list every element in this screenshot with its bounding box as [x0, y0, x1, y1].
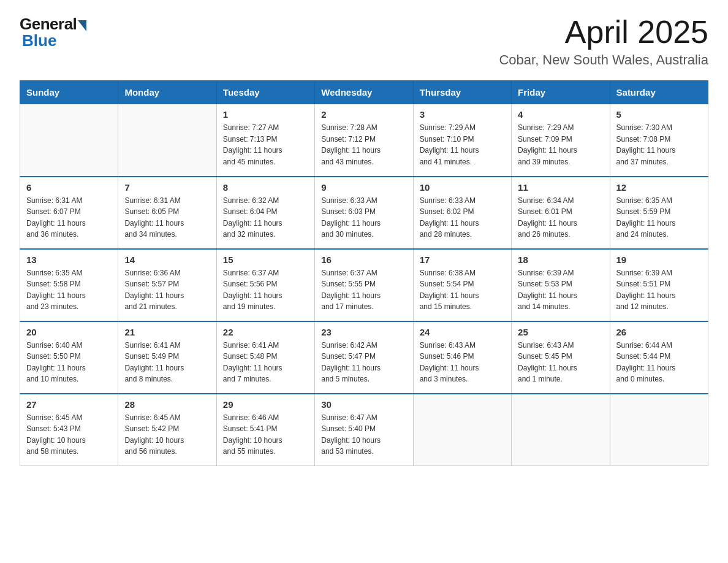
day-number: 18: [518, 255, 603, 265]
day-number: 12: [616, 182, 702, 193]
calendar-cell: 5Sunrise: 7:30 AMSunset: 7:08 PMDaylight…: [610, 104, 708, 177]
day-info: Sunrise: 7:28 AMSunset: 7:12 PMDaylight:…: [321, 122, 406, 167]
page-subtitle: Cobar, New South Wales, Australia: [499, 52, 708, 68]
day-number: 6: [26, 182, 112, 193]
calendar-cell: 8Sunrise: 6:32 AMSunset: 6:04 PMDaylight…: [216, 177, 314, 249]
calendar-cell: 28Sunrise: 6:45 AMSunset: 5:42 PMDayligh…: [118, 394, 216, 466]
calendar-cell: 24Sunrise: 6:43 AMSunset: 5:46 PMDayligh…: [413, 321, 511, 394]
day-number: 7: [124, 182, 210, 193]
calendar-week-row: 27Sunrise: 6:45 AMSunset: 5:43 PMDayligh…: [20, 394, 708, 466]
col-friday: Friday: [512, 81, 610, 104]
day-info: Sunrise: 6:31 AMSunset: 6:07 PMDaylight:…: [26, 195, 112, 240]
col-monday: Monday: [118, 81, 216, 104]
calendar-week-row: 6Sunrise: 6:31 AMSunset: 6:07 PMDaylight…: [20, 177, 708, 249]
day-number: 10: [420, 182, 505, 193]
day-info: Sunrise: 6:39 AMSunset: 5:53 PMDaylight:…: [518, 267, 603, 313]
page-header: General Blue April 2025 Cobar, New South…: [20, 15, 708, 68]
day-info: Sunrise: 7:27 AMSunset: 7:13 PMDaylight:…: [223, 122, 308, 167]
day-number: 14: [124, 255, 210, 265]
day-info: Sunrise: 6:38 AMSunset: 5:54 PMDaylight:…: [420, 267, 505, 313]
calendar-cell: [413, 394, 511, 466]
logo-blue-text: Blue: [22, 31, 56, 50]
day-number: 15: [223, 255, 308, 265]
day-info: Sunrise: 6:36 AMSunset: 5:57 PMDaylight:…: [124, 267, 210, 313]
col-wednesday: Wednesday: [315, 81, 413, 104]
calendar-cell: 7Sunrise: 6:31 AMSunset: 6:05 PMDaylight…: [118, 177, 216, 249]
calendar-week-row: 20Sunrise: 6:40 AMSunset: 5:50 PMDayligh…: [20, 321, 708, 394]
col-sunday: Sunday: [20, 81, 118, 104]
calendar-cell: 1Sunrise: 7:27 AMSunset: 7:13 PMDaylight…: [216, 104, 314, 177]
title-block: April 2025 Cobar, New South Wales, Austr…: [499, 15, 708, 68]
calendar-cell: 29Sunrise: 6:46 AMSunset: 5:41 PMDayligh…: [216, 394, 314, 466]
day-info: Sunrise: 6:40 AMSunset: 5:50 PMDaylight:…: [26, 340, 112, 385]
calendar-cell: 30Sunrise: 6:47 AMSunset: 5:40 PMDayligh…: [315, 394, 413, 466]
calendar-cell: 25Sunrise: 6:43 AMSunset: 5:45 PMDayligh…: [512, 321, 610, 394]
day-info: Sunrise: 6:35 AMSunset: 5:59 PMDaylight:…: [616, 195, 702, 240]
calendar-cell: 12Sunrise: 6:35 AMSunset: 5:59 PMDayligh…: [610, 177, 708, 249]
day-info: Sunrise: 6:33 AMSunset: 6:02 PMDaylight:…: [420, 195, 505, 240]
day-info: Sunrise: 6:43 AMSunset: 5:46 PMDaylight:…: [420, 340, 505, 385]
day-info: Sunrise: 6:44 AMSunset: 5:44 PMDaylight:…: [616, 340, 702, 385]
day-info: Sunrise: 6:34 AMSunset: 6:01 PMDaylight:…: [518, 195, 603, 240]
day-number: 5: [616, 109, 702, 120]
calendar-cell: [512, 394, 610, 466]
day-number: 1: [223, 109, 308, 120]
col-thursday: Thursday: [413, 81, 511, 104]
calendar-cell: 21Sunrise: 6:41 AMSunset: 5:49 PMDayligh…: [118, 321, 216, 394]
day-info: Sunrise: 7:30 AMSunset: 7:08 PMDaylight:…: [616, 122, 702, 167]
day-info: Sunrise: 6:32 AMSunset: 6:04 PMDaylight:…: [223, 195, 308, 240]
calendar-cell: [610, 394, 708, 466]
day-info: Sunrise: 6:31 AMSunset: 6:05 PMDaylight:…: [124, 195, 210, 240]
day-info: Sunrise: 7:29 AMSunset: 7:09 PMDaylight:…: [518, 122, 603, 167]
calendar-week-row: 13Sunrise: 6:35 AMSunset: 5:58 PMDayligh…: [20, 249, 708, 321]
col-tuesday: Tuesday: [216, 81, 314, 104]
day-info: Sunrise: 6:41 AMSunset: 5:49 PMDaylight:…: [124, 340, 210, 385]
day-info: Sunrise: 6:47 AMSunset: 5:40 PMDaylight:…: [321, 412, 406, 458]
logo: General Blue: [20, 15, 86, 50]
day-number: 20: [26, 327, 112, 337]
day-info: Sunrise: 6:43 AMSunset: 5:45 PMDaylight:…: [518, 340, 603, 385]
day-info: Sunrise: 6:37 AMSunset: 5:55 PMDaylight:…: [321, 267, 406, 313]
calendar-cell: 6Sunrise: 6:31 AMSunset: 6:07 PMDaylight…: [20, 177, 118, 249]
calendar-table: Sunday Monday Tuesday Wednesday Thursday…: [20, 80, 708, 466]
calendar-cell: 20Sunrise: 6:40 AMSunset: 5:50 PMDayligh…: [20, 321, 118, 394]
calendar-cell: 27Sunrise: 6:45 AMSunset: 5:43 PMDayligh…: [20, 394, 118, 466]
day-number: 17: [420, 255, 505, 265]
day-number: 29: [223, 399, 308, 410]
day-number: 11: [518, 182, 603, 193]
calendar-cell: 22Sunrise: 6:41 AMSunset: 5:48 PMDayligh…: [216, 321, 314, 394]
calendar-cell: 26Sunrise: 6:44 AMSunset: 5:44 PMDayligh…: [610, 321, 708, 394]
calendar-cell: 23Sunrise: 6:42 AMSunset: 5:47 PMDayligh…: [315, 321, 413, 394]
logo-arrow-icon: [78, 20, 86, 31]
day-number: 19: [616, 255, 702, 265]
day-number: 3: [420, 109, 505, 120]
day-number: 30: [321, 399, 406, 410]
calendar-cell: 10Sunrise: 6:33 AMSunset: 6:02 PMDayligh…: [413, 177, 511, 249]
page-title: April 2025: [499, 15, 708, 50]
day-number: 25: [518, 327, 603, 337]
calendar-cell: 15Sunrise: 6:37 AMSunset: 5:56 PMDayligh…: [216, 249, 314, 321]
day-info: Sunrise: 6:37 AMSunset: 5:56 PMDaylight:…: [223, 267, 308, 313]
calendar-cell: 11Sunrise: 6:34 AMSunset: 6:01 PMDayligh…: [512, 177, 610, 249]
day-info: Sunrise: 6:39 AMSunset: 5:51 PMDaylight:…: [616, 267, 702, 313]
day-number: 4: [518, 109, 603, 120]
col-saturday: Saturday: [610, 81, 708, 104]
day-info: Sunrise: 7:29 AMSunset: 7:10 PMDaylight:…: [420, 122, 505, 167]
calendar-cell: 14Sunrise: 6:36 AMSunset: 5:57 PMDayligh…: [118, 249, 216, 321]
calendar-cell: 17Sunrise: 6:38 AMSunset: 5:54 PMDayligh…: [413, 249, 511, 321]
day-number: 13: [26, 255, 112, 265]
day-number: 28: [124, 399, 210, 410]
calendar-header-row: Sunday Monday Tuesday Wednesday Thursday…: [20, 81, 708, 104]
day-number: 27: [26, 399, 112, 410]
day-number: 21: [124, 327, 210, 337]
day-info: Sunrise: 6:45 AMSunset: 5:43 PMDaylight:…: [26, 412, 112, 458]
day-info: Sunrise: 6:42 AMSunset: 5:47 PMDaylight:…: [321, 340, 406, 385]
day-number: 26: [616, 327, 702, 337]
calendar-cell: 4Sunrise: 7:29 AMSunset: 7:09 PMDaylight…: [512, 104, 610, 177]
day-number: 8: [223, 182, 308, 193]
calendar-cell: [118, 104, 216, 177]
calendar-cell: 19Sunrise: 6:39 AMSunset: 5:51 PMDayligh…: [610, 249, 708, 321]
calendar-cell: [20, 104, 118, 177]
day-number: 2: [321, 109, 406, 120]
calendar-cell: 9Sunrise: 6:33 AMSunset: 6:03 PMDaylight…: [315, 177, 413, 249]
